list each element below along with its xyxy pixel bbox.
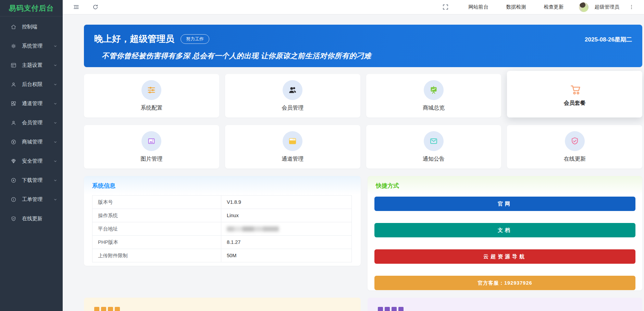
shield-check-icon [565, 131, 585, 151]
collapse-menu-icon[interactable] [70, 1, 82, 13]
topbar-right: 网站前台 数据检测 检查更新 超级管理员 [440, 0, 637, 14]
info-label: 操作系统 [92, 209, 221, 222]
card-label: 图片管理 [140, 156, 162, 163]
users-icon [283, 80, 302, 100]
info-value: Linux [221, 209, 352, 222]
sidebar-item-online-update[interactable]: 在线更新 [0, 209, 63, 228]
greeting-text: 晚上好，超级管理员 [94, 33, 174, 45]
card-system-config[interactable]: 系统配置 [84, 74, 219, 117]
card-label: 通道管理 [282, 156, 304, 163]
gem-icon [10, 158, 17, 164]
info-label: 上传附件限制 [92, 249, 221, 262]
sidebar-item-label: 控制端 [22, 24, 37, 30]
quick-link-buttons: 官网 文档 云超资源导航 官方客服：192937926 [368, 194, 642, 290]
sidebar-item-admin-auth[interactable]: 后台权限 [0, 75, 63, 94]
card-channel-manage[interactable]: 通道管理 [225, 125, 360, 169]
welcome-banner: 晚上好，超级管理员 努力工作 2025-08-26星期二 不管你曾经被伤害得有多… [84, 25, 642, 67]
chevron-down-icon [53, 159, 57, 163]
card-image-manage[interactable]: 图片管理 [84, 125, 219, 169]
sidebar-item-members[interactable]: 会员管理 [0, 113, 63, 132]
clipped-panel-right [368, 298, 642, 311]
sidebar-item-workorder[interactable]: 工单管理 [0, 190, 63, 209]
chevron-down-icon [53, 198, 57, 201]
quick-links-panel: 快捷方式 官网 文档 云超资源导航 官方客服：192937926 [368, 176, 642, 290]
sidebar-item-label: 系统管理 [22, 43, 42, 49]
docs-button[interactable]: 文档 [374, 223, 635, 237]
username[interactable]: 超级管理员 [595, 4, 620, 10]
sidebar-item-label: 后台权限 [22, 81, 42, 88]
chevron-down-icon [53, 44, 57, 48]
user-icon [10, 81, 17, 88]
browser-icon [283, 131, 302, 151]
more-menu-icon[interactable] [626, 1, 637, 13]
topbar-link-data-check[interactable]: 数据检测 [499, 0, 534, 14]
refresh-icon[interactable] [89, 1, 101, 13]
app-logo: 易码支付后台 [0, 0, 63, 16]
yen-circle-icon [10, 139, 17, 145]
card-label: 商城总览 [423, 104, 445, 112]
info-value: V1.8.9 [221, 196, 352, 209]
card-online-update[interactable]: 在线更新 [507, 125, 642, 169]
sidebar: 易码支付后台 控制端 系统管理 主题设置 [0, 0, 63, 311]
bottom-row [84, 298, 642, 311]
content: 晚上好，超级管理员 努力工作 2025-08-26星期二 不管你曾经被伤害得有多… [63, 14, 644, 311]
sidebar-item-download[interactable]: 下载管理 [0, 171, 63, 190]
shield-check-icon [10, 215, 17, 222]
chevron-down-icon [53, 121, 57, 125]
table-row: 上传附件限制 50M [92, 249, 352, 262]
cart-icon [567, 82, 583, 98]
system-info-panel: 系统信息 版本号 V1.8.9 操作系统 Linux [84, 176, 361, 266]
sidebar-item-label: 会员管理 [22, 120, 42, 126]
sidebar-item-channel[interactable]: 通道管理 [0, 94, 63, 113]
topbar-link-check-update[interactable]: 检查更新 [536, 0, 571, 14]
mail-icon [424, 131, 444, 151]
customer-service-button[interactable]: 官方客服：192937926 [374, 276, 635, 290]
info-circle-icon [10, 196, 17, 203]
sidebar-item-mall[interactable]: 商城管理 [0, 132, 63, 151]
info-value: 50M [221, 249, 352, 262]
table-row: 版本号 V1.8.9 [92, 196, 352, 209]
card-label: 系统配置 [140, 104, 162, 112]
topbar: 网站前台 数据检测 检查更新 超级管理员 [63, 0, 644, 14]
resource-nav-button[interactable]: 云超资源导航 [374, 249, 635, 264]
card-label: 会员套餐 [564, 100, 586, 107]
card-member-package[interactable]: 会员套餐 [507, 71, 642, 117]
main-area: 网站前台 数据检测 检查更新 超级管理员 晚上好，超级管理员 努力工作 2025… [63, 0, 644, 311]
fullscreen-icon[interactable] [440, 1, 451, 13]
banner-quote: 不管你曾经被伤害得有多深 总会有一个人的出现 让你原谅之前生活对你所有的刁难 [84, 45, 642, 61]
sidebar-item-theme[interactable]: 主题设置 [0, 55, 63, 75]
avatar[interactable] [579, 2, 589, 12]
card-member-manage[interactable]: 会员管理 [225, 74, 360, 117]
card-notice[interactable]: 通知公告 [366, 125, 501, 169]
topbar-link-site-front[interactable]: 网站前台 [461, 0, 496, 14]
card-label: 通知公告 [423, 156, 445, 163]
card-mall-overview[interactable]: 商城总览 [366, 74, 501, 117]
clipped-section-title [378, 307, 404, 311]
system-info-table: 版本号 V1.8.9 操作系统 Linux 平台地址 [92, 195, 352, 262]
official-site-button[interactable]: 官网 [374, 197, 635, 211]
chevron-down-icon [53, 63, 57, 67]
clipped-section-title [94, 307, 120, 311]
sidebar-item-label: 工单管理 [22, 196, 42, 203]
chevron-down-icon [53, 102, 57, 105]
info-label: 平台地址 [92, 222, 221, 236]
app-root: 易码支付后台 控制端 系统管理 主题设置 [0, 0, 644, 311]
info-value: 8.1.27 [221, 236, 352, 249]
info-value-masked [221, 222, 352, 236]
chevron-down-icon [53, 178, 57, 182]
work-badge: 努力工作 [181, 34, 209, 44]
sidebar-item-system[interactable]: 系统管理 [0, 36, 63, 55]
layout-icon [10, 62, 17, 69]
home-icon [10, 24, 17, 30]
sidebar-item-console[interactable]: 控制端 [0, 17, 63, 36]
user-icon [10, 120, 17, 126]
download-circle-icon [10, 177, 17, 184]
table-row: PHP版本 8.1.27 [92, 236, 352, 249]
table-row: 操作系统 Linux [92, 209, 352, 222]
card-label: 在线更新 [564, 156, 586, 163]
card-label: 会员管理 [282, 104, 304, 112]
sidebar-item-security[interactable]: 安全管理 [0, 151, 63, 171]
system-info-title: 系统信息 [84, 176, 361, 194]
banner-date: 2025-08-26星期二 [585, 34, 632, 43]
presentation-icon [424, 80, 444, 100]
